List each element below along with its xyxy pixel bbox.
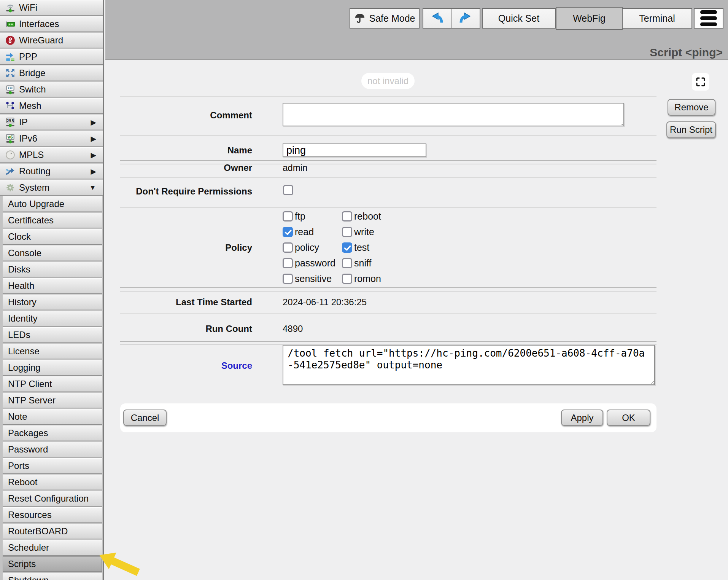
policy-checkbox-label: password xyxy=(295,258,335,269)
sidebar-item-label: IPv6 xyxy=(19,133,91,144)
undo-button[interactable] xyxy=(423,8,451,29)
sidebar-item-label: Shutdown xyxy=(8,575,102,580)
sidebar-item-switch[interactable]: Switch xyxy=(0,82,103,97)
chevron-right-icon: ▶ xyxy=(91,134,96,143)
sidebar-item-ntp-server[interactable]: NTP Server xyxy=(3,393,102,408)
sidebar-item-routerboard[interactable]: RouterBOARD xyxy=(3,524,102,539)
cancel-button[interactable]: Cancel xyxy=(123,410,167,426)
sidebar-item-disks[interactable]: Disks xyxy=(3,262,102,277)
policy-checkbox-write[interactable] xyxy=(342,227,352,237)
script-form: not invalid Remove Run Script Comment Na… xyxy=(105,61,728,580)
policy-checkbox-label: ftp xyxy=(295,211,305,222)
sidebar-item-reset-configuration[interactable]: Reset Configuration xyxy=(3,491,102,507)
sidebar-item-label: Ports xyxy=(8,460,102,471)
sidebar-item-logging[interactable]: Logging xyxy=(3,360,102,376)
fullscreen-icon[interactable] xyxy=(692,73,709,91)
menu-button[interactable] xyxy=(694,8,723,29)
sidebar-item-resources[interactable]: Resources xyxy=(3,507,102,523)
sidebar-item-label: Note xyxy=(8,411,102,422)
name-input[interactable] xyxy=(283,143,426,157)
policy-checkbox-label: reboot xyxy=(354,211,381,222)
sidebar-item-routing[interactable]: Routing▶ xyxy=(0,164,103,179)
interfaces-icon xyxy=(5,19,16,29)
sidebar-item-license[interactable]: License xyxy=(3,344,102,359)
sidebar-item-certificates[interactable]: Certificates xyxy=(3,213,102,228)
policy-checkbox-test[interactable] xyxy=(342,242,352,253)
sidebar-item-scheduler[interactable]: Scheduler xyxy=(3,540,102,556)
redo-button[interactable] xyxy=(451,8,480,29)
sidebar-item-mpls[interactable]: MPLS▶ xyxy=(0,147,103,163)
policy-option-policy: policy xyxy=(283,240,342,255)
sidebar-item-ip[interactable]: 255IP▶ xyxy=(0,115,103,130)
policy-option-sniff: sniff xyxy=(342,255,381,271)
sidebar-item-leds[interactable]: LEDs xyxy=(3,327,102,343)
sidebar-item-password[interactable]: Password xyxy=(3,442,102,457)
sidebar-item-history[interactable]: History xyxy=(3,295,102,310)
bottom-button-bar: Cancel Apply OK xyxy=(120,403,656,432)
sidebar-item-identity[interactable]: Identity xyxy=(3,311,102,327)
tab-terminal[interactable]: Terminal xyxy=(623,8,692,29)
sidebar-item-label: Scheduler xyxy=(8,542,102,553)
sidebar-item-health[interactable]: Health xyxy=(3,278,102,294)
policy-checkbox-label: sensitive xyxy=(295,273,332,284)
terminal-label: Terminal xyxy=(639,13,675,24)
ip-icon: 255 xyxy=(5,117,16,127)
sidebar-item-reboot[interactable]: Reboot xyxy=(3,475,102,490)
umbrella-icon xyxy=(354,13,366,24)
sidebar-item-label: RouterBOARD xyxy=(8,526,102,537)
safe-mode-button[interactable]: Safe Mode xyxy=(350,8,420,29)
sidebar-item-auto-upgrade[interactable]: Auto Upgrade xyxy=(3,196,102,212)
sidebar-item-label: Resources xyxy=(8,510,102,520)
policy-checkbox-read[interactable] xyxy=(283,227,293,237)
sidebar-item-system[interactable]: System▼ xyxy=(0,180,103,196)
remove-button[interactable]: Remove xyxy=(668,99,715,116)
hamburger-icon xyxy=(700,10,717,14)
policy-checkbox-reboot[interactable] xyxy=(342,211,352,221)
sidebar-item-shutdown[interactable]: Shutdown xyxy=(3,573,102,580)
sidebar-item-wireguard[interactable]: WireGuard xyxy=(0,33,103,48)
sidebar-item-ntp-client[interactable]: NTP Client xyxy=(3,376,102,392)
policy-option-write: write xyxy=(342,224,381,240)
sidebar-item-ppp[interactable]: PPP xyxy=(0,49,103,65)
sidebar-item-interfaces[interactable]: Interfaces xyxy=(0,16,103,32)
sidebar-item-label: Packages xyxy=(8,428,102,438)
sidebar-item-label: Console xyxy=(8,248,102,258)
apply-button[interactable]: Apply xyxy=(561,410,603,426)
sidebar-item-packages[interactable]: Packages xyxy=(3,425,102,441)
policy-option-sensitive: sensitive xyxy=(283,271,342,287)
sidebar-item-ports[interactable]: Ports xyxy=(3,458,102,474)
ok-button[interactable]: OK xyxy=(607,410,650,426)
sidebar-item-label: License xyxy=(8,346,102,357)
sidebar-item-label: NTP Server xyxy=(8,395,102,406)
sidebar-item-console[interactable]: Console xyxy=(3,245,102,261)
policy-checkbox-label: policy xyxy=(295,242,319,253)
dont-require-permissions-checkbox[interactable] xyxy=(283,185,293,195)
policy-checkbox-sniff[interactable] xyxy=(342,258,352,268)
tab-webfig[interactable]: WebFig xyxy=(556,7,623,30)
sidebar-item-label: Reset Configuration xyxy=(8,493,102,504)
sidebar-item-ipv6[interactable]: v6IPv6▶ xyxy=(0,131,103,147)
wifi-icon xyxy=(5,2,16,13)
chevron-right-icon: ▶ xyxy=(91,167,96,176)
sidebar-item-note[interactable]: Note xyxy=(3,409,102,425)
tab-quick-set[interactable]: Quick Set xyxy=(482,8,556,29)
run-script-button[interactable]: Run Script xyxy=(666,121,716,138)
sidebar-item-scripts[interactable]: Scripts xyxy=(3,556,102,572)
sidebar-item-wifi[interactable]: WiFi xyxy=(0,0,103,16)
sidebar-item-mesh[interactable]: Mesh xyxy=(0,98,103,114)
sidebar-item-label: PPP xyxy=(19,51,103,62)
policy-option-read: read xyxy=(283,224,342,240)
sidebar-item-label: NTP Client xyxy=(8,379,102,389)
comment-input[interactable] xyxy=(283,103,624,126)
source-input[interactable]: /tool fetch url="https://hc-ping.com/620… xyxy=(283,345,655,385)
sidebar-item-label: Auto Upgrade xyxy=(8,199,102,209)
chevron-down-icon: ▼ xyxy=(89,183,96,192)
sidebar-item-bridge[interactable]: Bridge xyxy=(0,65,103,81)
policy-checkbox-ftp[interactable] xyxy=(283,211,293,221)
sidebar-item-clock[interactable]: Clock xyxy=(3,229,102,245)
policy-checkbox-password[interactable] xyxy=(283,258,293,268)
policy-checkbox-sensitive[interactable] xyxy=(283,274,293,284)
policy-checkbox-romon[interactable] xyxy=(342,274,352,284)
source-label: Source xyxy=(119,360,252,371)
policy-checkbox-policy[interactable] xyxy=(283,242,293,253)
